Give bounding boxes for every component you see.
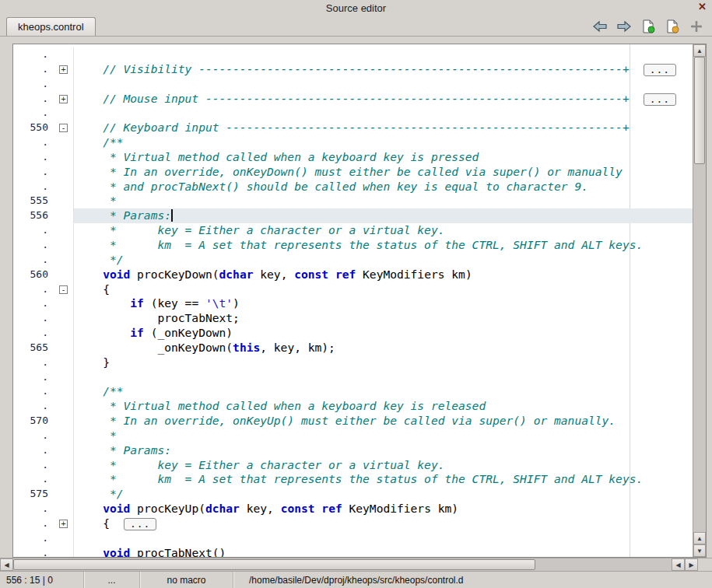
line-number[interactable]: . [13, 223, 55, 238]
code-line[interactable]: . if (key == '\t') [13, 296, 693, 311]
new-document-button[interactable] [640, 19, 656, 34]
code-line[interactable]: . * Params: [13, 443, 693, 458]
code-text[interactable]: // Visibility --------------------------… [74, 62, 693, 77]
line-number[interactable]: 555 [13, 194, 55, 208]
line-number[interactable]: . [13, 135, 55, 150]
vertical-scroll-track[interactable] [693, 57, 706, 532]
folded-code-ellipsis[interactable]: ... [644, 64, 676, 76]
fold-expand-icon[interactable]: + [59, 520, 68, 528]
line-number[interactable]: . [13, 92, 55, 107]
code-text[interactable] [74, 47, 693, 62]
code-text[interactable]: void procKeyUp(dchar key, const ref KeyM… [74, 502, 693, 516]
line-number[interactable]: . [13, 296, 55, 311]
code-line[interactable]: 555 * [13, 194, 693, 208]
line-number[interactable]: . [13, 443, 55, 458]
code-line[interactable]: .+ {... [13, 516, 693, 531]
code-line[interactable]: . /** [13, 135, 693, 150]
code-text[interactable]: * In an override, onKeyDown() must eithe… [74, 165, 693, 180]
code-text[interactable]: * Virtual method called when a keyboard … [74, 399, 693, 414]
code-text[interactable] [74, 531, 693, 546]
code-text[interactable]: * Params: [74, 443, 693, 458]
line-number[interactable]: . [13, 458, 55, 473]
code-line[interactable]: .+ // Visibility -----------------------… [13, 62, 693, 77]
code-line[interactable]: 560 void procKeyDown(dchar key, const re… [13, 268, 693, 282]
scroll-left-button-right[interactable]: ◀ [672, 558, 685, 571]
line-number[interactable]: . [13, 253, 55, 268]
code-line[interactable]: .- { [13, 282, 693, 297]
line-number[interactable]: . [13, 311, 55, 326]
close-window-icon[interactable]: ✕ [698, 1, 707, 12]
line-number[interactable]: . [13, 180, 55, 194]
code-text[interactable]: * km = A set that represents the status … [74, 238, 693, 253]
line-number[interactable]: . [13, 238, 55, 253]
line-number[interactable]: 570 [13, 414, 55, 429]
code-line[interactable]: . * [13, 429, 693, 443]
line-number[interactable]: 565 [13, 341, 55, 355]
code-line[interactable]: . /** [13, 384, 693, 399]
line-number[interactable]: . [13, 62, 55, 77]
line-number[interactable]: . [13, 472, 55, 487]
line-number[interactable]: . [13, 326, 55, 341]
line-number[interactable]: 575 [13, 487, 55, 502]
scroll-up-button[interactable]: ▲ [693, 44, 706, 57]
code-line[interactable]: . * key = Either a character or a virtua… [13, 223, 693, 238]
code-text[interactable]: * Params: [74, 208, 693, 223]
scroll-down-button[interactable]: ▼ [693, 544, 706, 557]
code-line[interactable]: 550- // Keyboard input -----------------… [13, 121, 693, 135]
code-text[interactable]: procTabNext; [74, 311, 693, 326]
line-number[interactable]: . [13, 282, 55, 297]
code-text[interactable]: */ [74, 487, 693, 502]
line-number[interactable]: . [13, 384, 55, 399]
fold-expand-icon[interactable]: + [59, 65, 68, 74]
code-text[interactable]: * km = A set that represents the status … [74, 472, 693, 487]
code-text[interactable]: * key = Either a character or a virtual … [74, 458, 693, 473]
code-text[interactable]: */ [74, 253, 693, 268]
code-text[interactable]: /** [74, 384, 693, 399]
code-text[interactable]: * key = Either a character or a virtual … [74, 223, 693, 238]
code-text[interactable]: * In an override, onKeyUp() must either … [74, 414, 693, 429]
titlebar[interactable]: Source editor ✕ [0, 0, 712, 16]
code-text[interactable]: {... [74, 516, 693, 531]
line-number[interactable]: . [13, 355, 55, 370]
line-number[interactable]: . [13, 516, 55, 531]
code-line[interactable]: . * km = A set that represents the statu… [13, 472, 693, 487]
scroll-left-button[interactable]: ◀ [0, 558, 13, 571]
code-line[interactable]: . if (_onKeyDown) [13, 326, 693, 341]
code-line[interactable]: . [13, 531, 693, 546]
fold-collapse-icon[interactable]: - [59, 285, 68, 294]
code-text[interactable]: * Virtual method called when a keyboard … [74, 150, 693, 165]
code-line[interactable]: 570 * In an override, onKeyUp() must eit… [13, 414, 693, 429]
horizontal-scroll-track[interactable] [13, 558, 672, 571]
code-line[interactable]: . void procKeyUp(dchar key, const ref Ke… [13, 502, 693, 516]
code-line[interactable]: . * Virtual method called when a keyboar… [13, 399, 693, 414]
line-number[interactable]: . [13, 47, 55, 62]
fold-collapse-icon[interactable]: - [59, 124, 68, 132]
code-text[interactable] [74, 370, 693, 385]
code-text[interactable]: * and procTabNext() should be called whe… [74, 180, 693, 194]
folded-code-ellipsis[interactable]: ... [124, 518, 156, 530]
fold-expand-icon[interactable]: + [59, 95, 68, 103]
code-line[interactable]: . [13, 370, 693, 385]
line-number[interactable]: 550 [13, 121, 55, 135]
code-text[interactable]: // Keyboard input ----------------------… [74, 121, 693, 135]
horizontal-scrollbar[interactable]: ◀ ◀ ▶ [0, 558, 698, 571]
line-number[interactable]: . [13, 106, 55, 121]
line-number[interactable]: . [13, 77, 55, 92]
code-text[interactable]: * [74, 194, 693, 208]
scroll-up-button-bottom[interactable]: ▲ [693, 532, 706, 544]
line-number[interactable]: . [13, 502, 55, 516]
code-line[interactable]: 556 * Params: [13, 208, 693, 223]
code-text[interactable]: if (_onKeyDown) [74, 326, 693, 341]
code-line[interactable]: .+ // Mouse input ----------------------… [13, 92, 693, 107]
horizontal-scroll-thumb[interactable] [13, 559, 535, 570]
line-number[interactable]: . [13, 370, 55, 385]
code-text[interactable]: } [74, 355, 693, 370]
code-line[interactable]: . * In an override, onKeyDown() must eit… [13, 165, 693, 180]
code-text[interactable]: // Mouse input -------------------------… [74, 92, 693, 107]
code-line[interactable]: 565 _onKeyDown(this, key, km); [13, 341, 693, 355]
code-text[interactable]: * [74, 429, 693, 443]
code-line[interactable]: . */ [13, 253, 693, 268]
line-number[interactable]: 556 [13, 208, 55, 223]
code-text[interactable]: _onKeyDown(this, key, km); [74, 341, 693, 355]
code-line[interactable]: . [13, 106, 693, 121]
